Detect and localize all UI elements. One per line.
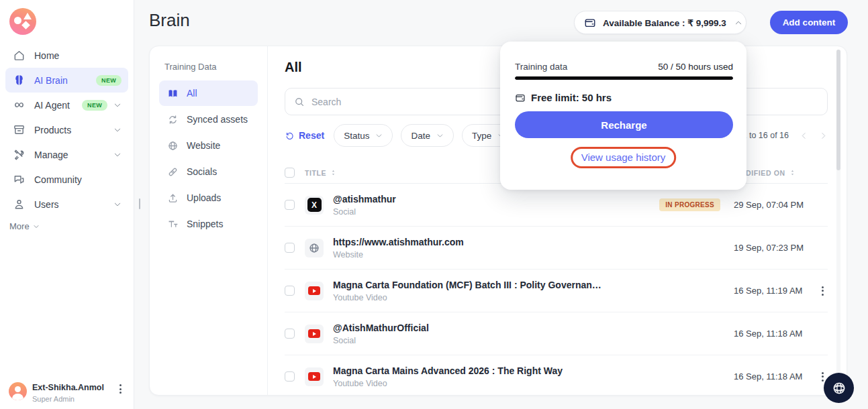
filter-date-dropdown[interactable]: Date — [401, 124, 454, 147]
chevron-down-icon — [113, 126, 122, 134]
panel-item-snippets[interactable]: Snippets — [159, 211, 258, 237]
row-checkbox[interactable] — [285, 371, 295, 382]
user-menu-kebab-icon[interactable] — [119, 384, 122, 394]
reset-icon — [285, 131, 295, 141]
row-title: @AtishMathurOfficial — [333, 323, 604, 333]
chevron-up-icon — [734, 19, 742, 27]
new-badge: NEW — [82, 100, 107, 111]
wallet-icon — [515, 93, 526, 103]
row-modified-date: 19 Sep, 07:23 PM — [734, 243, 808, 253]
sidebar: HomeAI BrainNEWAI AgentNEWProductsManage… — [0, 0, 134, 409]
row-subtitle: Social — [333, 336, 604, 345]
training-data-panel: Training Data AllSynced assetsWebsiteSoc… — [150, 46, 268, 395]
row-checkbox[interactable] — [285, 200, 295, 210]
app-logo[interactable] — [9, 8, 36, 35]
wallet-icon — [584, 17, 596, 29]
panel-title: Training Data — [164, 62, 217, 72]
next-page-icon[interactable] — [819, 131, 828, 140]
chevron-down-icon — [113, 151, 122, 159]
view-usage-history-link[interactable]: View usage history — [581, 152, 666, 163]
avatar — [9, 382, 27, 400]
row-checkbox[interactable] — [285, 243, 295, 253]
new-badge: NEW — [96, 75, 122, 86]
panel-item-uploads[interactable]: Uploads — [159, 185, 258, 211]
row-modified-date: 29 Sep, 07:04 PM — [734, 200, 808, 210]
row-modified-date: 16 Sep, 11:18 AM — [734, 371, 808, 382]
add-content-button[interactable]: Add content — [770, 11, 848, 34]
youtube-icon — [308, 372, 320, 381]
chevron-down-icon — [113, 101, 122, 109]
row-subtitle: Youtube Video — [333, 379, 604, 388]
user-role: Super Admin — [32, 395, 75, 403]
row-checkbox[interactable] — [285, 286, 295, 296]
filter-status-dropdown[interactable]: Status — [334, 124, 393, 147]
panel-item-synced-assets[interactable]: Synced assets — [159, 107, 258, 132]
sidebar-item-ai-agent[interactable]: AI AgentNEW — [5, 93, 128, 117]
available-balance-button[interactable]: Available Balance : ₹ 9,999.3 — [574, 11, 746, 34]
globe-icon — [166, 139, 179, 152]
sidebar-item-products[interactable]: Products — [5, 117, 128, 142]
recharge-button[interactable]: Recharge — [515, 111, 733, 138]
chevron-down-icon — [436, 132, 444, 139]
table-row[interactable]: X@atishmathurSocialIN PROGRESS29 Sep, 07… — [285, 184, 828, 227]
logo-circle-shape — [14, 17, 21, 24]
table-row[interactable]: @AtishMathurOfficialSocial16 Sep, 11:18 … — [285, 312, 828, 355]
sidebar-item-label: Manage — [34, 150, 68, 160]
book-icon — [166, 87, 179, 99]
sidebar-user-row[interactable]: Ext-Shikha.Anmol Super Admin — [0, 378, 134, 409]
sidebar-item-manage[interactable]: Manage — [5, 142, 128, 167]
row-modified-date: 16 Sep, 11:19 AM — [734, 286, 808, 296]
panel-item-website[interactable]: Website — [159, 133, 258, 158]
sidebar-more-button[interactable]: More — [9, 221, 40, 231]
website-icon — [308, 242, 320, 254]
youtube-icon — [308, 286, 320, 295]
filter-label: Status — [344, 131, 369, 141]
row-type-tile: X — [305, 196, 324, 215]
panel-item-label: Uploads — [187, 192, 221, 203]
table-row[interactable]: Magna Carta Mains Advanced 2026 : The Ri… — [285, 355, 828, 396]
panel-item-label: All — [187, 88, 197, 99]
status-badge: IN PROGRESS — [659, 198, 720, 211]
sidebar-item-users[interactable]: Users — [5, 192, 128, 217]
row-type-tile — [305, 282, 324, 300]
table-row[interactable]: https://www.atishmathur.comWebsite19 Sep… — [285, 227, 828, 270]
logo-diamond-shape — [21, 21, 30, 30]
logo-triangle-shape — [23, 13, 32, 19]
sidebar-item-community[interactable]: Community — [5, 167, 128, 192]
panel-item-label: Website — [187, 140, 220, 151]
card-scrollbar[interactable] — [836, 50, 840, 392]
sort-icon — [789, 169, 796, 176]
chevron-down-icon — [375, 132, 383, 139]
sidebar-nav: HomeAI BrainNEWAI AgentNEWProductsManage… — [5, 43, 128, 217]
balance-label: Available Balance : ₹ 9,999.3 — [603, 17, 726, 28]
panel-item-socials[interactable]: Socials — [159, 159, 258, 184]
free-limit-label: Free limit: 50 hrs — [531, 92, 612, 103]
sidebar-item-home[interactable]: Home — [5, 43, 128, 68]
row-kebab-icon[interactable] — [817, 286, 828, 296]
sync-icon — [166, 113, 179, 125]
prev-page-icon[interactable] — [800, 131, 808, 140]
sidebar-scroll-thumb[interactable] — [139, 198, 140, 209]
row-title-cell: Magna Carta Foundation (MCF) Batch III :… — [333, 280, 604, 302]
users-icon — [12, 198, 26, 211]
reset-filters-button[interactable]: Reset — [285, 130, 324, 141]
annotation-red-circle: View usage history — [571, 147, 677, 168]
sidebar-item-label: Products — [34, 125, 71, 135]
filter-label: Type — [472, 131, 491, 141]
row-checkbox[interactable] — [285, 329, 295, 339]
scrollbar-thumb[interactable] — [836, 50, 840, 170]
filter-label: Date — [411, 131, 430, 141]
row-title-cell: https://www.atishmathur.comWebsite — [333, 237, 604, 259]
panel-item-all[interactable]: All — [159, 80, 258, 106]
table-row[interactable]: Magna Carta Foundation (MCF) Batch III :… — [285, 270, 828, 312]
sidebar-item-ai-brain[interactable]: AI BrainNEW — [5, 68, 128, 93]
select-all-checkbox[interactable] — [285, 168, 295, 178]
sidebar-item-label: AI Brain — [34, 75, 68, 86]
row-modified-date: 16 Sep, 11:18 AM — [734, 329, 808, 339]
sphere-fab-button[interactable] — [824, 373, 854, 403]
home-icon — [12, 49, 26, 62]
list-heading: All — [285, 60, 302, 75]
text-icon — [166, 218, 179, 230]
search-icon — [294, 97, 305, 107]
row-subtitle: Youtube Video — [333, 293, 604, 302]
